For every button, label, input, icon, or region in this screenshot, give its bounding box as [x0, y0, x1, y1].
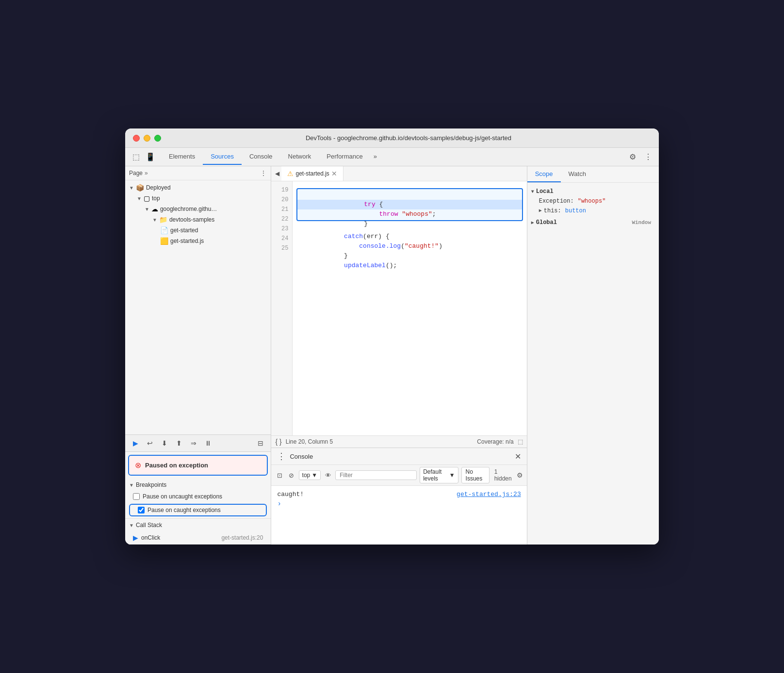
console-settings-icon[interactable]: ⚙: [517, 471, 523, 479]
tree-get-started[interactable]: 📄 get-started: [125, 225, 271, 236]
maximize-button[interactable]: [154, 135, 161, 142]
call-stack-header[interactable]: ▼ Call Stack: [125, 519, 271, 531]
tree-devtools-samples[interactable]: ▼ 📁 devtools-samples: [125, 214, 271, 225]
this-value: button: [565, 208, 586, 214]
tab-performance[interactable]: Performance: [319, 149, 370, 165]
tree-get-started-js[interactable]: 🟨 get-started.js: [125, 236, 271, 246]
scope-global-header[interactable]: ▶ Global Window: [527, 218, 659, 227]
panel-dots[interactable]: ⋮: [260, 169, 267, 177]
tree-googlechrome[interactable]: ▼ ☁ googlechrome.githu…: [125, 204, 271, 214]
current-frame-icon: ▶: [133, 534, 138, 542]
tab-scope[interactable]: Scope: [527, 166, 561, 182]
format-btn[interactable]: { }: [275, 438, 281, 446]
code-content: try { throw "whoops"; } catch(err) {: [293, 181, 526, 435]
minimize-button[interactable]: [144, 135, 150, 142]
console-toolbar: ⊡ ⊘ top ▼ 👁 Default levels ▼ No Issues: [271, 465, 526, 486]
call-stack-section: ▼ Call Stack ▶ onClick get-started.js:20: [125, 519, 271, 545]
panel-more[interactable]: »: [145, 170, 148, 176]
tab-watch[interactable]: Watch: [561, 166, 594, 182]
tab-prev-btn[interactable]: ◀: [273, 167, 281, 180]
tree-deployed[interactable]: ▼ 📦 Deployed: [125, 182, 271, 193]
code-line-19[interactable]: try {: [297, 190, 522, 200]
exception-key: Exception:: [539, 198, 574, 205]
folder-icon: 📁: [159, 216, 167, 224]
caught-exception-item[interactable]: Pause on caught exceptions: [130, 505, 266, 515]
call-stack-name: onClick: [141, 534, 218, 541]
inspect-icon[interactable]: ⬚: [129, 150, 143, 164]
window-title: DevTools - googlechrome.github.io/devtoo…: [166, 134, 651, 142]
top-selector[interactable]: top ▼: [299, 470, 321, 480]
console-output: caught! get-started.js:23 ›: [271, 486, 526, 545]
status-position: Line 20, Column 5: [286, 438, 477, 445]
step-btn[interactable]: ⇒: [187, 437, 200, 449]
paused-error-icon: ⊗: [135, 461, 141, 470]
step-into-btn[interactable]: ⬇: [158, 437, 171, 449]
console-filter-input[interactable]: [335, 470, 417, 480]
device-icon[interactable]: 📱: [144, 150, 157, 164]
breakpoints-section: ▼ Breakpoints Pause on uncaught exceptio…: [125, 479, 271, 519]
line-num-19: 19: [271, 185, 292, 195]
console-log-message: caught!: [277, 491, 304, 498]
tree-label-gc: googlechrome.githu…: [160, 206, 217, 212]
no-issues-btn[interactable]: No Issues: [461, 467, 490, 483]
left-panel: Page » ⋮ ▼ 📦 Deployed ▼ ▢ top ▼ ☁: [125, 166, 271, 545]
code-area: 19 20 21 22 23 24 25 try {: [271, 181, 526, 435]
editor-tab-get-started-js[interactable]: ⚠ get-started.js ✕: [281, 166, 343, 181]
caught-exception-wrapper: Pause on caught exceptions: [129, 504, 267, 516]
status-bar: { } Line 20, Column 5 Coverage: n/a ⬚: [271, 435, 526, 448]
call-stack-location: get-started.js:20: [221, 534, 263, 541]
call-stack-arrow: ▼: [129, 523, 134, 528]
console-clear-btn[interactable]: ⊡: [275, 469, 284, 481]
tab-close-icon[interactable]: ✕: [331, 170, 337, 177]
deactivate-btn[interactable]: ⏸: [202, 437, 214, 449]
editor-panel: ◀ ⚠ get-started.js ✕ 19 20 21 22 23 24 2…: [271, 166, 526, 545]
console-log-source[interactable]: get-started.js:23: [457, 491, 521, 498]
step-out-btn[interactable]: ⬆: [173, 437, 185, 449]
default-levels-dropdown[interactable]: Default levels ▼: [420, 467, 458, 483]
call-stack-onclick[interactable]: ▶ onClick get-started.js:20: [125, 531, 271, 544]
tab-console[interactable]: Console: [242, 149, 280, 165]
tab-more[interactable]: »: [371, 149, 380, 165]
console-header: ⋮ Console ✕: [271, 448, 526, 465]
call-stack-title: Call Stack: [136, 522, 162, 529]
line-num-25: 25: [271, 243, 292, 253]
tab-elements[interactable]: Elements: [161, 149, 203, 165]
console-menu-icon[interactable]: ⋮: [277, 451, 286, 462]
console-block-icon[interactable]: ⊘: [287, 469, 296, 481]
console-eye-icon[interactable]: 👁: [324, 469, 332, 481]
tab-network[interactable]: Network: [280, 149, 319, 165]
scope-local-header[interactable]: ▼ Local: [527, 187, 659, 196]
tree-arrow-ds: ▼: [152, 217, 157, 223]
caught-checkbox[interactable]: [138, 507, 145, 513]
paused-label: Paused on exception: [145, 462, 208, 469]
breakpoints-header[interactable]: ▼ Breakpoints: [125, 479, 271, 491]
scope-local-label: Local: [536, 188, 554, 195]
uncaught-exception-item[interactable]: Pause on uncaught exceptions: [125, 491, 271, 502]
scope-this-item[interactable]: ▶ this: button: [527, 206, 659, 216]
line-num-22: 22: [271, 214, 292, 224]
console-prompt-line[interactable]: ›: [277, 499, 521, 509]
panel-header: Page » ⋮: [125, 166, 271, 180]
file-icon: 📄: [160, 226, 168, 234]
local-arrow: ▼: [531, 189, 534, 194]
step-over-btn[interactable]: ↩: [144, 437, 156, 449]
tab-sources[interactable]: Sources: [203, 149, 242, 165]
settings-icon[interactable]: ⚙: [626, 150, 639, 164]
coverage-settings-icon[interactable]: ⬚: [518, 438, 523, 445]
devtools-window: DevTools - googlechrome.github.io/devtoo…: [125, 128, 659, 545]
toolbar-right: ⚙ ⋮: [626, 150, 655, 164]
breakpoints-panel-btn[interactable]: ⊟: [254, 437, 267, 449]
toolbar-icons: ⬚ 📱: [129, 150, 157, 164]
resume-btn[interactable]: ▶: [129, 437, 142, 449]
tree-top[interactable]: ▼ ▢ top: [125, 193, 271, 204]
box-small-icon: ▢: [144, 194, 150, 202]
caught-label: Pause on caught exceptions: [147, 507, 221, 513]
close-button[interactable]: [133, 135, 140, 142]
console-prompt-icon: ›: [277, 500, 281, 508]
editor-tabs: ◀ ⚠ get-started.js ✕: [271, 166, 526, 181]
uncaught-checkbox[interactable]: [133, 493, 140, 500]
more-options-icon[interactable]: ⋮: [641, 150, 655, 164]
no-issues-label: No Issues: [466, 468, 483, 482]
console-close-btn[interactable]: ✕: [515, 452, 521, 461]
line-numbers: 19 20 21 22 23 24 25: [271, 181, 293, 435]
